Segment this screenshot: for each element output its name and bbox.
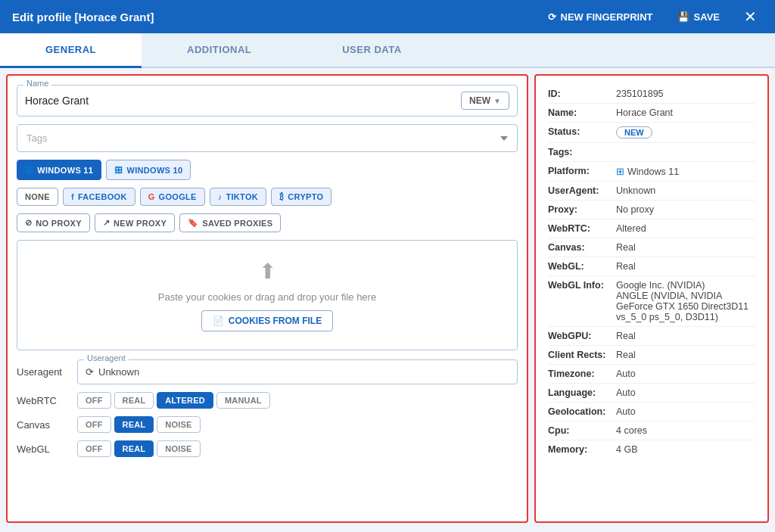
close-button[interactable]: ✕ xyxy=(738,6,763,27)
dialog-title: Edit profile [Horace Grant] xyxy=(12,11,542,23)
info-val: 235101895 xyxy=(616,89,755,99)
windows-icon: ⊞ xyxy=(25,164,33,176)
new-badge-button[interactable]: NEW ▼ xyxy=(461,92,509,110)
windows-icon: ⊞ xyxy=(616,166,624,177)
main-content: Name NEW ▼ Tags ⊞ WINDOWS 11 ⊞ WINDOWS 1… xyxy=(0,68,775,529)
webgl-label: WebGL xyxy=(17,443,77,455)
name-row: NEW ▼ xyxy=(25,92,509,110)
left-panel: Name NEW ▼ Tags ⊞ WINDOWS 11 ⊞ WINDOWS 1… xyxy=(6,74,528,523)
webrtc-real-button[interactable]: REAL xyxy=(114,392,154,409)
webgl-row: WebGL OFF REAL NOISE xyxy=(17,440,518,457)
info-key: WebGL: xyxy=(548,261,616,272)
info-val: NEW xyxy=(616,126,755,138)
useragent-inner-label: Useragent xyxy=(84,353,129,362)
info-val: ⊞Windows 11 xyxy=(616,166,755,177)
info-val: 4 cores xyxy=(616,425,755,436)
info-row: Canvas:Real xyxy=(548,238,755,257)
webgl-noise-button[interactable]: NOISE xyxy=(157,440,200,457)
info-val: Auto xyxy=(616,406,755,417)
info-key: ID: xyxy=(548,89,616,99)
fingerprint-icon: ⟳ xyxy=(548,11,556,23)
none-button[interactable]: NONE xyxy=(17,188,58,206)
webgl-options: OFF REAL NOISE xyxy=(77,440,201,457)
tiktok-button[interactable]: ♪ TIKTOK xyxy=(210,188,266,206)
status-badge: NEW xyxy=(616,126,652,138)
info-row: Timezone:Auto xyxy=(548,365,755,384)
title-bar-actions: ⟳ NEW FINGERPRINT 💾 SAVE ✕ xyxy=(542,6,764,27)
new-fingerprint-button[interactable]: ⟳ NEW FINGERPRINT xyxy=(542,8,659,26)
save-icon: 💾 xyxy=(677,11,689,23)
webgl-real-button[interactable]: REAL xyxy=(114,440,154,457)
crypto-icon: ₿ xyxy=(279,192,284,201)
info-row: ID:235101895 xyxy=(548,85,755,104)
windows10-button[interactable]: ⊞ WINDOWS 10 xyxy=(106,160,191,180)
chevron-down-icon: ▼ xyxy=(493,97,501,105)
info-key: Cpu: xyxy=(548,425,616,436)
info-key: Timezone: xyxy=(548,369,616,379)
info-val: 4 GB xyxy=(616,444,755,455)
tabs-bar: GENERAL ADDITIONAL USER DATA xyxy=(0,33,775,68)
canvas-noise-button[interactable]: NOISE xyxy=(157,416,200,433)
useragent-input[interactable]: ⟳ Unknown xyxy=(86,366,509,378)
refresh-icon: ⟳ xyxy=(86,366,94,378)
tab-userdata[interactable]: USER DATA xyxy=(297,33,447,68)
cookie-drop-zone[interactable]: ⬆ Paste your cookies or drag and drop yo… xyxy=(17,240,518,350)
info-val: No proxy xyxy=(616,204,755,215)
new-badge-label: NEW xyxy=(469,95,490,106)
info-val: Google Inc. (NVIDIA) ANGLE (NVIDIA, NVID… xyxy=(616,280,755,322)
title-bar: Edit profile [Horace Grant] ⟳ NEW FINGER… xyxy=(0,0,775,33)
crypto-button[interactable]: ₿ CRYPTO xyxy=(271,188,331,206)
info-key: Platform: xyxy=(548,166,616,176)
tiktok-icon: ♪ xyxy=(218,192,223,201)
info-key: Status: xyxy=(548,126,616,137)
info-val: Real xyxy=(616,331,755,341)
webrtc-manual-button[interactable]: MANUAL xyxy=(216,392,270,409)
info-val: Auto xyxy=(616,387,755,398)
google-button[interactable]: G GOOGLE xyxy=(140,188,205,206)
tab-general[interactable]: GENERAL xyxy=(0,33,142,68)
info-row: Name:Horace Grant xyxy=(548,104,755,123)
info-key: Geolocation: xyxy=(548,406,616,417)
cookies-from-file-button[interactable]: 📄 COOKIES FROM FILE xyxy=(201,310,333,331)
tab-additional[interactable]: ADDITIONAL xyxy=(142,33,297,68)
file-icon: 📄 xyxy=(213,316,224,326)
useragent-label: Useragent xyxy=(17,366,77,378)
info-row: Tags: xyxy=(548,143,755,162)
no-proxy-icon: ⊘ xyxy=(25,218,32,228)
canvas-real-button[interactable]: REAL xyxy=(114,416,154,433)
info-key: WebRTC: xyxy=(548,223,616,234)
saved-proxies-button[interactable]: 🔖 SAVED PROXIES xyxy=(179,213,281,232)
info-row: Status:NEW xyxy=(548,123,755,143)
windows11-button[interactable]: ⊞ WINDOWS 11 xyxy=(17,160,101,180)
info-row: WebGL Info:Google Inc. (NVIDIA) ANGLE (N… xyxy=(548,276,755,327)
info-row: WebGPU:Real xyxy=(548,327,755,346)
info-row: Memory:4 GB xyxy=(548,440,755,459)
webrtc-off-button[interactable]: OFF xyxy=(77,392,111,409)
info-row: Language:Auto xyxy=(548,384,755,403)
webrtc-altered-button[interactable]: ALTERED xyxy=(157,392,213,409)
info-key: Tags: xyxy=(548,147,616,157)
facebook-button[interactable]: f FACEBOOK xyxy=(63,188,135,206)
save-button[interactable]: 💾 SAVE xyxy=(671,8,726,26)
info-key: WebGL Info: xyxy=(548,280,616,291)
canvas-off-button[interactable]: OFF xyxy=(77,416,111,433)
new-proxy-button[interactable]: ↗ NEW PROXY xyxy=(95,213,175,232)
webrtc-options: OFF REAL ALTERED MANUAL xyxy=(77,392,270,409)
info-row: WebRTC:Altered xyxy=(548,219,755,238)
cookie-drop-text: Paste your cookies or drag and drop your… xyxy=(158,291,376,303)
info-row: WebGL:Real xyxy=(548,257,755,276)
name-input[interactable] xyxy=(25,95,455,107)
facebook-icon: f xyxy=(71,192,74,201)
info-val: Real xyxy=(616,261,755,272)
info-key: Proxy: xyxy=(548,204,616,215)
os-button-group: ⊞ WINDOWS 11 ⊞ WINDOWS 10 xyxy=(17,160,518,180)
browser-profile-group: NONE f FACEBOOK G GOOGLE ♪ TIKTOK ₿ CRYP… xyxy=(17,188,518,206)
name-field-group: Name NEW ▼ xyxy=(17,85,518,117)
info-row: Client Rects:Real xyxy=(548,346,755,365)
no-proxy-button[interactable]: ⊘ NO PROXY xyxy=(17,213,90,232)
webgl-off-button[interactable]: OFF xyxy=(77,440,111,457)
tags-select[interactable]: Tags xyxy=(17,124,518,152)
info-key: Memory: xyxy=(548,444,616,455)
right-panel: ID:235101895Name:Horace GrantStatus:NEWT… xyxy=(534,74,769,523)
webrtc-row: WebRTC OFF REAL ALTERED MANUAL xyxy=(17,392,518,409)
